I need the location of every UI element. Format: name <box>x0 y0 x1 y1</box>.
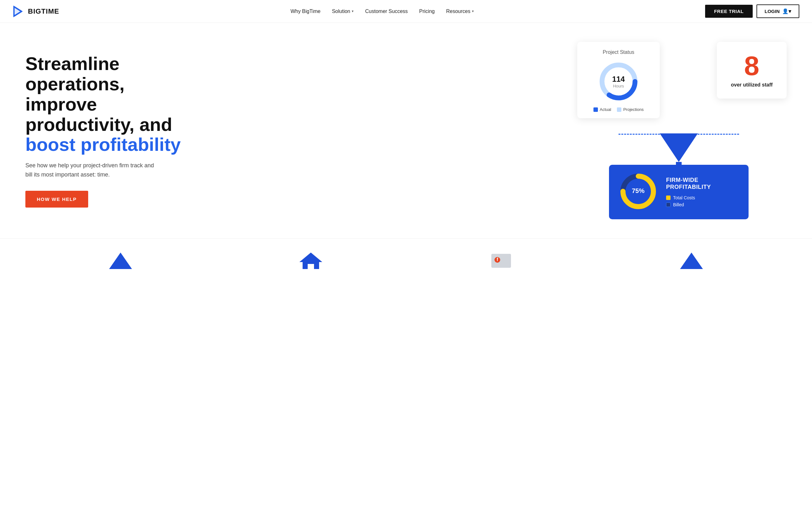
nav-item-pricing[interactable]: Pricing <box>419 9 435 14</box>
user-icon: 👤▾ <box>782 8 791 14</box>
hero-subtext: See how we help your project-driven firm… <box>26 161 159 179</box>
profitability-info: FIRM-WIDEPROFITABILITY Total Costs Bille… <box>666 177 711 207</box>
logo-icon <box>13 5 25 17</box>
svg-text:Hours: Hours <box>613 83 624 89</box>
bottom-icon-3: f <box>482 251 520 270</box>
svg-marker-13 <box>299 252 322 262</box>
overutilized-card: 8 over utilized staff <box>717 42 786 99</box>
legend-total-costs: Total Costs <box>666 195 711 200</box>
chevron-down-icon: ▾ <box>352 9 354 13</box>
nav-item-resources[interactable]: Resources ▾ <box>446 9 473 14</box>
svg-rect-20 <box>687 263 696 269</box>
nav-link-solution[interactable]: Solution ▾ <box>332 9 354 14</box>
icon-box-1 <box>108 251 133 270</box>
overutilized-number: 8 <box>729 52 774 79</box>
project-status-title: Project Status <box>588 49 650 55</box>
project-status-legend: Actual Projections <box>588 107 650 112</box>
nav-links: Why BigTime Solution ▾ Customer Success … <box>291 9 474 14</box>
icon-box-4 <box>679 251 704 270</box>
svg-rect-15 <box>308 264 314 269</box>
svg-text:75%: 75% <box>632 187 645 194</box>
legend-projections: Projections <box>617 107 644 112</box>
hero-headline: Streamline operations, improve productiv… <box>26 54 181 155</box>
profitability-donut: 75% <box>619 172 657 212</box>
chevron-down-icon-2: ▾ <box>472 9 474 13</box>
nav-link-why-bigtime[interactable]: Why BigTime <box>291 9 321 14</box>
main-nav: BIGTIME Why BigTime Solution ▾ Customer … <box>0 0 812 23</box>
nav-actions: FREE TRIAL LOGIN 👤▾ <box>705 4 799 18</box>
overutilized-label: over utilized staff <box>729 82 774 89</box>
hero-highlight: boost profitability <box>26 134 181 155</box>
logo-link[interactable]: BIGTIME <box>13 5 59 17</box>
nav-item-customer-success[interactable]: Customer Success <box>365 9 408 14</box>
icon-box-2 <box>298 251 323 270</box>
nav-link-pricing[interactable]: Pricing <box>419 9 435 14</box>
svg-rect-16 <box>491 254 511 268</box>
icon-shape-1 <box>108 251 133 270</box>
funnel-shape <box>660 133 698 162</box>
login-button[interactable]: LOGIN 👤▾ <box>757 4 800 18</box>
profitability-legend: Total Costs Billed <box>666 195 711 207</box>
icon-box-3: f <box>489 251 514 270</box>
project-status-donut: 114 Hours <box>588 61 650 102</box>
icon-shape-3: f <box>490 251 512 270</box>
profitability-card: 75% FIRM-WIDEPROFITABILITY Total Costs B… <box>609 165 749 219</box>
nav-link-resources[interactable]: Resources ▾ <box>446 9 473 14</box>
logo-text: BIGTIME <box>28 7 59 15</box>
bottom-icon-1 <box>101 251 140 270</box>
hero-dashboard: Project Status 114 Hours Actual <box>571 42 786 219</box>
legend-actual: Actual <box>594 107 611 112</box>
how-we-help-button[interactable]: HOW WE HELP <box>26 191 88 208</box>
legend-billed: Billed <box>666 202 711 207</box>
nav-link-customer-success[interactable]: Customer Success <box>365 9 408 14</box>
svg-rect-12 <box>116 263 125 269</box>
project-status-card: Project Status 114 Hours Actual <box>577 42 660 118</box>
icon-shape-2 <box>298 251 323 270</box>
hero-left: Streamline operations, improve productiv… <box>26 54 181 208</box>
icon-shape-4 <box>679 251 704 270</box>
nav-item-why-bigtime[interactable]: Why BigTime <box>291 9 321 14</box>
bottom-icon-2 <box>292 251 330 270</box>
free-trial-button[interactable]: FREE TRIAL <box>705 5 752 18</box>
nav-item-solution[interactable]: Solution ▾ <box>332 9 354 14</box>
hero-section: Streamline operations, improve productiv… <box>0 23 812 232</box>
bottom-icon-4 <box>672 251 711 270</box>
profitability-title: FIRM-WIDEPROFITABILITY <box>666 177 711 190</box>
svg-text:f: f <box>497 257 498 262</box>
svg-text:114: 114 <box>612 75 625 83</box>
bottom-icons-row: f <box>0 238 812 283</box>
